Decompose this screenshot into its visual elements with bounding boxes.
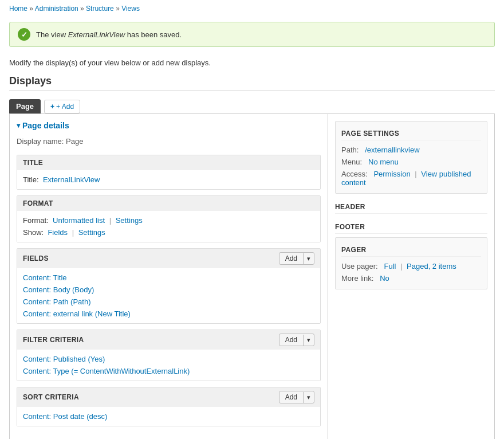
filter-criteria-header: FILTER CRITERIA Add ▾ <box>17 330 320 350</box>
field-row-4: Content: external link (New Title) <box>23 308 314 320</box>
breadcrumb: Home » Administration » Structure » View… <box>0 0 504 17</box>
field-path-link[interactable]: Content: Path (Path) <box>23 297 91 306</box>
sort-add-arrow[interactable]: ▾ <box>303 392 314 403</box>
breadcrumb-administration[interactable]: Administration <box>35 5 78 13</box>
format-section-body: Format: Unformatted list | Settings Show… <box>17 211 320 242</box>
title-section: TITLE Title: ExternalLinkView <box>17 155 321 190</box>
tabs-bar: Page + + Add <box>9 96 495 114</box>
show-fields-link[interactable]: Fields <box>48 228 68 237</box>
show-row: Show: Fields | Settings <box>23 226 314 238</box>
filter-criteria-section: FILTER CRITERIA Add ▾ Content: Published… <box>17 330 321 381</box>
left-panel: Page details Display name: Page TITLE Ti… <box>10 114 328 439</box>
field-title-link[interactable]: Content: Title <box>23 273 67 282</box>
sort-criteria-section: SORT CRITERIA Add ▾ Content: Post date (… <box>17 387 321 426</box>
format-unformatted-link[interactable]: Unformatted list <box>53 216 105 225</box>
display-name-row: Display name: Page <box>17 137 321 146</box>
path-row: Path: /externallinkview <box>341 144 481 156</box>
page-details-header: Page details <box>17 121 321 130</box>
pager-header: PAGER <box>341 242 481 257</box>
title-row: Title: ExternalLinkView <box>23 174 314 186</box>
right-panel: PAGE SETTINGS Path: /externallinkview Me… <box>328 114 494 439</box>
field-row-1: Content: Title <box>23 272 314 284</box>
sort-row-1: Content: Post date (desc) <box>23 410 314 422</box>
format-section-header: FORMAT <box>17 196 320 211</box>
pager-paged-link[interactable]: Paged, 2 items <box>407 262 456 271</box>
fields-add-arrow[interactable]: ▾ <box>303 253 314 264</box>
fields-section-body: Content: Title Content: Body (Body) Cont… <box>17 268 320 323</box>
add-display-button[interactable]: + + Add <box>44 100 80 113</box>
filter-add-arrow[interactable]: ▾ <box>303 335 314 346</box>
format-settings-link[interactable]: Settings <box>116 216 143 225</box>
breadcrumb-structure[interactable]: Structure <box>86 5 114 13</box>
fields-add-group: Add ▾ <box>279 252 314 265</box>
sort-section-body: Content: Post date (desc) <box>17 407 320 426</box>
use-pager-row: Use pager: Full | Paged, 2 items <box>341 260 481 272</box>
breadcrumb-home[interactable]: Home <box>9 5 27 13</box>
show-settings-link[interactable]: Settings <box>78 228 105 237</box>
filter-row-2: Content: Type (= ContentWithWithoutExter… <box>23 365 314 377</box>
pager-full-link[interactable]: Full <box>384 262 396 271</box>
footer-section-header: FOOTER <box>335 220 487 234</box>
filter-row-1: Content: Published (Yes) <box>23 353 314 365</box>
filter-section-body: Content: Published (Yes) Content: Type (… <box>17 350 320 381</box>
title-value-link[interactable]: ExternalLinkView <box>43 175 100 184</box>
sort-post-date-link[interactable]: Content: Post date (desc) <box>23 412 107 421</box>
more-link-value[interactable]: No <box>380 274 389 283</box>
success-banner: The view ExternalLinkView has been saved… <box>9 22 495 47</box>
field-body-link[interactable]: Content: Body (Body) <box>23 285 94 294</box>
success-text: The view ExternalLinkView has been saved… <box>36 30 182 39</box>
field-row-2: Content: Body (Body) <box>23 284 314 296</box>
field-row-3: Content: Path (Path) <box>23 296 314 308</box>
format-section: FORMAT Format: Unformatted list | Settin… <box>17 195 321 242</box>
sort-add-group: Add ▾ <box>279 391 314 403</box>
fields-section-header: FIELDS Add ▾ <box>17 249 320 268</box>
filter-add-button[interactable]: Add <box>279 334 303 346</box>
access-permission-link[interactable]: Permission <box>373 170 410 178</box>
filter-type-link[interactable]: Content: Type (= ContentWithWithoutExter… <box>23 367 190 375</box>
page-tab[interactable]: Page <box>9 99 41 113</box>
filter-published-link[interactable]: Content: Published (Yes) <box>23 355 105 363</box>
sort-criteria-header: SORT CRITERIA Add ▾ <box>17 387 320 407</box>
path-link[interactable]: /externallinkview <box>365 146 419 154</box>
format-row: Format: Unformatted list | Settings <box>23 214 314 226</box>
pager-box: PAGER Use pager: Full | Paged, 2 items M… <box>335 237 487 289</box>
success-icon <box>18 28 30 41</box>
more-link-row: More link: No <box>341 272 481 284</box>
field-external-link[interactable]: Content: external link (New Title) <box>23 309 131 318</box>
access-row: Access: Permission | View published cont… <box>341 168 481 189</box>
sort-add-button[interactable]: Add <box>279 391 303 403</box>
fields-add-button[interactable]: Add <box>279 253 303 264</box>
menu-row: Menu: No menu <box>341 156 481 168</box>
filter-add-group: Add ▾ <box>279 334 314 346</box>
page-settings-box: PAGE SETTINGS Path: /externallinkview Me… <box>335 121 487 194</box>
title-section-body: Title: ExternalLinkView <box>17 170 320 189</box>
displays-title: Displays <box>9 75 495 91</box>
title-section-header: TITLE <box>17 155 320 170</box>
breadcrumb-views[interactable]: Views <box>121 5 140 13</box>
header-section-header: HEADER <box>335 199 487 214</box>
modify-text: Modify the display(s) of your view below… <box>9 58 495 67</box>
menu-link[interactable]: No menu <box>368 158 399 166</box>
page-settings-header: PAGE SETTINGS <box>341 126 481 140</box>
fields-section: FIELDS Add ▾ Content: Title Content: Bod… <box>17 248 321 324</box>
